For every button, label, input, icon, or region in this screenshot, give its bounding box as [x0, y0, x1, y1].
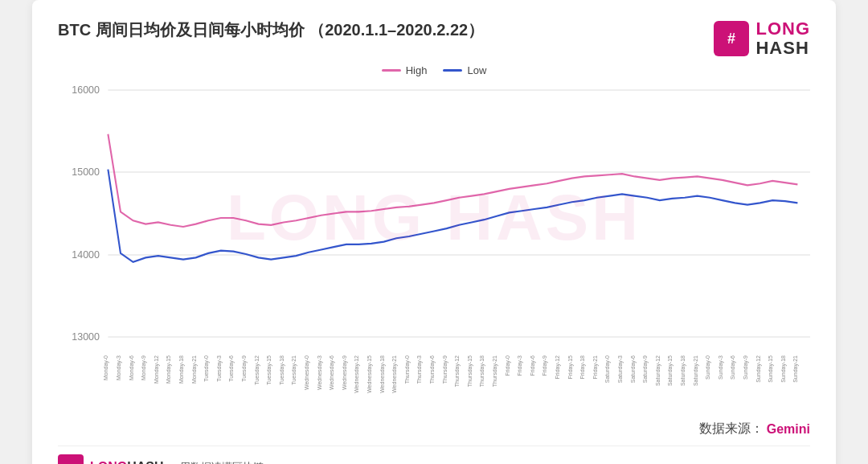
footer-slogan: 用数据读懂区块链: [180, 460, 264, 464]
svg-text:Wednesday-6: Wednesday-6: [329, 355, 335, 390]
svg-text:Friday-9: Friday-9: [542, 355, 548, 376]
legend-high-label: High: [406, 64, 428, 76]
legend-high: High: [382, 64, 428, 76]
svg-text:Tuesday-6: Tuesday-6: [228, 355, 235, 382]
logo-text: LONG HASH: [755, 19, 810, 58]
svg-text:Friday-6: Friday-6: [530, 355, 536, 376]
svg-text:Saturday-3: Saturday-3: [617, 355, 624, 383]
svg-text:Sunday-3: Sunday-3: [718, 355, 724, 380]
legend-low-label: Low: [467, 64, 486, 76]
svg-text:Wednesday-15: Wednesday-15: [366, 355, 373, 393]
svg-text:Tuesday-18: Tuesday-18: [279, 355, 285, 385]
svg-text:Saturday-18: Saturday-18: [680, 355, 686, 386]
svg-text:Wednesday-3: Wednesday-3: [316, 355, 322, 390]
chart-svg: 16000 15000 14000 13000: [58, 81, 810, 355]
svg-text:Friday-12: Friday-12: [555, 355, 561, 380]
svg-text:13000: 13000: [72, 331, 100, 343]
svg-text:Sunday-0: Sunday-0: [705, 355, 711, 380]
svg-text:Monday-9: Monday-9: [141, 355, 147, 380]
main-card: BTC 周间日均价及日间每小时均价 （2020.1.1–2020.2.22） #…: [32, 0, 836, 464]
svg-text:Sunday-21: Sunday-21: [792, 355, 799, 383]
footer-long: LONG: [90, 460, 127, 464]
chart-area: LONG HASH 16000 15000 14000 13000: [58, 81, 810, 355]
chart-title: BTC 周间日均价及日间每小时均价 （2020.1.1–2020.2.22）: [58, 19, 484, 41]
logo-icon: #: [714, 21, 749, 56]
svg-text:Tuesday-0: Tuesday-0: [203, 355, 210, 382]
svg-text:Wednesday-9: Wednesday-9: [342, 355, 348, 390]
svg-text:Sunday-15: Sunday-15: [768, 355, 774, 383]
svg-text:Thursday-21: Thursday-21: [492, 355, 498, 387]
svg-text:Friday-21: Friday-21: [592, 355, 599, 380]
legend-line-high: [382, 69, 401, 72]
low-line: [108, 170, 797, 262]
legend-line-low: [443, 69, 462, 72]
logo-long: LONG: [755, 19, 810, 39]
svg-text:Thursday-15: Thursday-15: [467, 355, 473, 387]
footer-bar: # LONG HASH 用数据读懂区块链 https://cn.longhash…: [58, 446, 810, 464]
source-row: 数据来源： Gemini: [58, 421, 810, 437]
source-value: Gemini: [767, 422, 810, 437]
svg-text:Sunday-9: Sunday-9: [743, 355, 749, 380]
x-labels-svg: Monday-0 Monday-3 Monday-6 Monday-9 Mond…: [58, 351, 810, 416]
svg-text:#: #: [727, 31, 735, 47]
svg-text:Friday-0: Friday-0: [504, 355, 510, 376]
x-axis-labels: Monday-0 Monday-3 Monday-6 Monday-9 Mond…: [58, 351, 810, 416]
svg-text:Wednesday-12: Wednesday-12: [354, 355, 360, 393]
logo-hash: HASH: [755, 39, 810, 58]
svg-text:Monday-6: Monday-6: [128, 355, 134, 380]
svg-text:Saturday-0: Saturday-0: [604, 355, 611, 383]
footer-logo: # LONG HASH 用数据读懂区块链: [58, 454, 264, 464]
svg-text:Saturday-12: Saturday-12: [655, 355, 661, 386]
svg-text:Thursday-18: Thursday-18: [479, 355, 485, 387]
svg-text:Thursday-3: Thursday-3: [416, 355, 423, 384]
svg-text:Saturday-6: Saturday-6: [629, 355, 636, 383]
svg-text:Thursday-6: Thursday-6: [429, 355, 436, 384]
svg-text:Tuesday-9: Tuesday-9: [241, 355, 248, 382]
svg-text:Monday-15: Monday-15: [166, 355, 172, 384]
svg-text:Wednesday-18: Wednesday-18: [379, 355, 385, 393]
svg-text:Thursday-9: Thursday-9: [441, 355, 448, 384]
legend-row: High Low: [58, 64, 810, 76]
high-line: [108, 134, 797, 227]
footer-hash: HASH: [127, 460, 163, 464]
svg-text:Monday-21: Monday-21: [190, 355, 197, 384]
svg-text:Monday-12: Monday-12: [154, 355, 160, 384]
svg-text:Tuesday-12: Tuesday-12: [253, 355, 260, 385]
svg-text:Friday-18: Friday-18: [579, 355, 586, 380]
svg-text:14000: 14000: [72, 249, 100, 261]
logo-area: # LONG HASH: [714, 19, 810, 58]
svg-text:Monday-18: Monday-18: [178, 355, 185, 384]
svg-text:Thursday-12: Thursday-12: [454, 355, 461, 387]
svg-text:Friday-15: Friday-15: [567, 355, 573, 380]
svg-text:Tuesday-21: Tuesday-21: [291, 355, 297, 385]
svg-text:Monday-3: Monday-3: [116, 355, 122, 380]
svg-text:16000: 16000: [72, 84, 100, 96]
svg-text:Wednesday-21: Wednesday-21: [391, 355, 398, 393]
legend-low: Low: [443, 64, 486, 76]
header-row: BTC 周间日均价及日间每小时均价 （2020.1.1–2020.2.22） #…: [58, 19, 810, 58]
svg-text:Wednesday-0: Wednesday-0: [304, 355, 310, 390]
svg-text:Tuesday-15: Tuesday-15: [266, 355, 272, 385]
svg-text:Monday-0: Monday-0: [103, 355, 109, 380]
svg-text:Saturday-9: Saturday-9: [642, 355, 649, 383]
footer-logo-text: LONG HASH: [90, 460, 164, 464]
svg-text:Saturday-15: Saturday-15: [667, 355, 674, 386]
svg-text:Tuesday-3: Tuesday-3: [216, 355, 223, 382]
svg-text:Sunday-18: Sunday-18: [780, 355, 787, 383]
footer-logo-icon: #: [58, 454, 84, 464]
svg-text:Sunday-6: Sunday-6: [730, 355, 736, 380]
svg-text:Saturday-21: Saturday-21: [692, 355, 698, 386]
source-label: 数据来源：: [699, 421, 764, 437]
svg-text:Friday-3: Friday-3: [517, 355, 523, 376]
svg-text:Thursday-0: Thursday-0: [404, 355, 411, 384]
svg-text:15000: 15000: [72, 166, 100, 178]
svg-text:Sunday-12: Sunday-12: [755, 355, 761, 383]
